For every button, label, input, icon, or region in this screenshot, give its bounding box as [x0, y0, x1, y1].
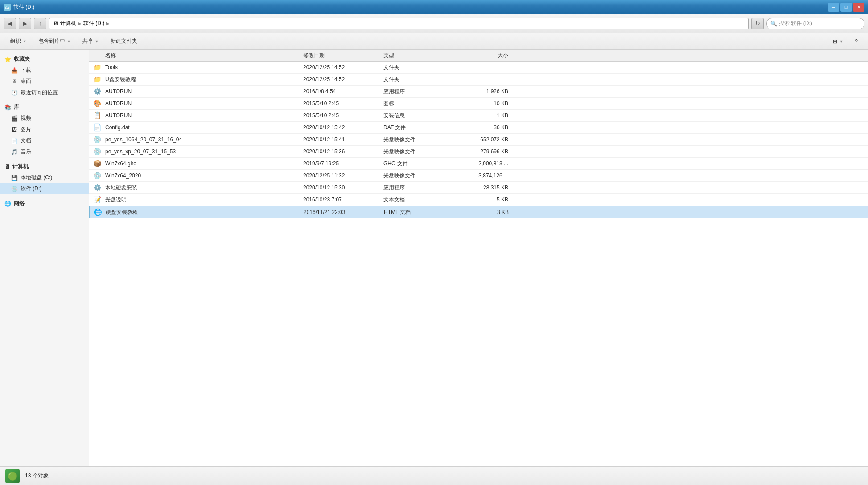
- organize-button[interactable]: 组织 ▼: [5, 35, 32, 48]
- file-date-12: 2016/10/23 7:07: [303, 197, 383, 203]
- sidebar-item-software-d[interactable]: 💿 软件 (D:): [0, 183, 89, 194]
- network-header[interactable]: 🌐 网络: [0, 198, 89, 209]
- breadcrumb-drive: 软件 (D:): [83, 20, 104, 27]
- file-date-6: 2020/10/12 15:42: [303, 124, 383, 131]
- file-icon-8: 💿: [93, 147, 102, 156]
- organize-label: 组织: [10, 37, 21, 45]
- file-date-11: 2020/10/12 15:30: [303, 185, 383, 191]
- library-icon: 📚: [4, 104, 11, 111]
- minimize-button[interactable]: ─: [828, 3, 839, 12]
- file-icon-6: 📄: [93, 123, 102, 132]
- col-type-header[interactable]: 类型: [383, 52, 455, 59]
- table-row[interactable]: 🎨 AUTORUN 2015/5/10 2:45 图标 10 KB: [89, 98, 868, 110]
- favorites-section: ⭐ 收藏夹 📥 下载 🖥 桌面 🕐 最近访问的位置: [0, 53, 89, 98]
- sidebar-label-downloads: 下载: [21, 66, 31, 74]
- file-date-2: 2020/12/25 14:52: [303, 76, 383, 82]
- breadcrumb[interactable]: 🖥 计算机 ▶ 软件 (D:) ▶: [49, 18, 749, 29]
- file-size-9: 2,900,813 ...: [455, 160, 517, 167]
- computer-label: 计算机: [12, 163, 29, 170]
- sidebar-icon-downloads: 📥: [11, 67, 18, 74]
- table-row[interactable]: 🌐 硬盘安装教程 2016/11/21 22:03 HTML 文档 3 KB: [89, 206, 868, 218]
- titlebar-title: 软件 (D:): [13, 4, 34, 11]
- sidebar-icon-software-d: 💿: [11, 185, 18, 193]
- sidebar-item-desktop[interactable]: 🖥 桌面: [0, 76, 89, 87]
- search-icon: 🔍: [770, 21, 777, 27]
- table-row[interactable]: ⚙️ AUTORUN 2016/1/8 4:54 应用程序 1,926 KB: [89, 86, 868, 98]
- sidebar-item-pictures[interactable]: 🖼 图片: [0, 124, 89, 135]
- sidebar-icon-pictures: 🖼: [11, 126, 18, 133]
- network-label: 网络: [14, 200, 25, 207]
- file-name-8: 💿 pe_yqs_xp_20_07_31_15_53: [89, 147, 303, 156]
- titlebar: 🗂 软件 (D:) ─ □ ✕: [0, 0, 868, 14]
- sidebar-item-music[interactable]: 🎵 音乐: [0, 146, 89, 157]
- breadcrumb-computer: 计算机: [60, 20, 76, 27]
- maximize-button[interactable]: □: [840, 3, 852, 12]
- views-button[interactable]: ⊞ ▼: [828, 35, 848, 48]
- file-size-7: 652,072 KB: [455, 136, 517, 143]
- file-name-2: 📁 U盘安装教程: [89, 75, 303, 84]
- table-row[interactable]: 📁 Tools 2020/12/25 14:52 文件夹: [89, 62, 868, 74]
- file-icon-12: 📝: [93, 195, 102, 204]
- col-size-header[interactable]: 大小: [455, 52, 517, 59]
- file-name-3: ⚙️ AUTORUN: [89, 87, 303, 96]
- file-size-8: 279,696 KB: [455, 148, 517, 155]
- file-size-3: 1,926 KB: [455, 88, 517, 95]
- include-button[interactable]: 包含到库中 ▼: [33, 35, 76, 48]
- back-button[interactable]: ◀: [4, 18, 16, 29]
- sidebar-item-local-c[interactable]: 💾 本地磁盘 (C:): [0, 172, 89, 183]
- file-date-9: 2019/9/7 19:25: [303, 160, 383, 167]
- search-bar[interactable]: 🔍 搜索 软件 (D:): [766, 18, 864, 29]
- file-icon-7: 💿: [93, 135, 102, 144]
- share-chevron: ▼: [95, 39, 99, 44]
- table-row[interactable]: 📋 AUTORUN 2015/5/10 2:45 安装信息 1 KB: [89, 110, 868, 122]
- library-items: 🎬 视频 🖼 图片 📄 文档 🎵 音乐: [0, 113, 89, 157]
- up-button[interactable]: ↑: [34, 18, 46, 29]
- file-type-10: 光盘映像文件: [383, 172, 455, 180]
- file-date-8: 2020/10/12 15:36: [303, 148, 383, 155]
- favorites-header[interactable]: ⭐ 收藏夹: [0, 53, 89, 65]
- new-folder-button[interactable]: 新建文件夹: [106, 35, 142, 48]
- sidebar-label-documents: 文档: [21, 137, 31, 144]
- sidebar-icon-documents: 📄: [11, 137, 18, 144]
- share-button[interactable]: 共享 ▼: [78, 35, 104, 48]
- sidebar-icon-local-c: 💾: [11, 174, 18, 181]
- sidebar-item-downloads[interactable]: 📥 下载: [0, 65, 89, 76]
- sidebar-icon-recent: 🕐: [11, 89, 18, 96]
- refresh-button[interactable]: ↻: [751, 18, 764, 29]
- table-row[interactable]: 📄 Config.dat 2020/10/12 15:42 DAT 文件 36 …: [89, 122, 868, 134]
- help-button[interactable]: ?: [850, 35, 863, 48]
- filelist-header: 名称 修改日期 类型 大小: [89, 50, 868, 62]
- table-row[interactable]: ⚙️ 本地硬盘安装 2020/10/12 15:30 应用程序 28,315 K…: [89, 182, 868, 194]
- file-date-1: 2020/12/25 14:52: [303, 64, 383, 70]
- close-button[interactable]: ✕: [853, 3, 864, 12]
- sidebar-item-documents[interactable]: 📄 文档: [0, 135, 89, 146]
- col-name-header[interactable]: 名称: [89, 52, 303, 59]
- file-name-12: 📝 光盘说明: [89, 195, 303, 204]
- table-row[interactable]: 📦 Win7x64.gho 2019/9/7 19:25 GHO 文件 2,90…: [89, 158, 868, 170]
- file-icon-9: 📦: [93, 159, 102, 168]
- file-name-13: 🌐 硬盘安装教程: [90, 208, 304, 217]
- file-icon-5: 📋: [93, 111, 102, 120]
- network-section: 🌐 网络: [0, 198, 89, 209]
- breadcrumb-sep1: ▶: [78, 21, 82, 26]
- file-icon-4: 🎨: [93, 99, 102, 108]
- col-date-header[interactable]: 修改日期: [303, 52, 383, 59]
- breadcrumb-sep2: ▶: [106, 21, 110, 26]
- file-icon-10: 💿: [93, 171, 102, 180]
- table-row[interactable]: 💿 pe_yqs_xp_20_07_31_15_53 2020/10/12 15…: [89, 146, 868, 158]
- table-row[interactable]: 📝 光盘说明 2016/10/23 7:07 文本文档 5 KB: [89, 194, 868, 206]
- library-label: 库: [14, 103, 19, 111]
- sidebar-label-pictures: 图片: [21, 126, 31, 133]
- table-row[interactable]: 💿 Win7x64_2020 2020/12/25 11:32 光盘映像文件 3…: [89, 170, 868, 182]
- views-icon: ⊞: [833, 38, 837, 45]
- forward-button[interactable]: ▶: [19, 18, 31, 29]
- table-row[interactable]: 💿 pe_yqs_1064_20_07_31_16_04 2020/10/12 …: [89, 134, 868, 146]
- favorites-label: 收藏夹: [14, 55, 30, 63]
- titlebar-controls: ─ □ ✕: [828, 3, 864, 12]
- computer-header[interactable]: 🖥 计算机: [0, 161, 89, 172]
- sidebar-item-video[interactable]: 🎬 视频: [0, 113, 89, 124]
- library-header[interactable]: 📚 库: [0, 102, 89, 113]
- library-section: 📚 库 🎬 视频 🖼 图片 📄 文档 🎵 音乐: [0, 102, 89, 157]
- sidebar-item-recent[interactable]: 🕐 最近访问的位置: [0, 87, 89, 98]
- table-row[interactable]: 📁 U盘安装教程 2020/12/25 14:52 文件夹: [89, 74, 868, 86]
